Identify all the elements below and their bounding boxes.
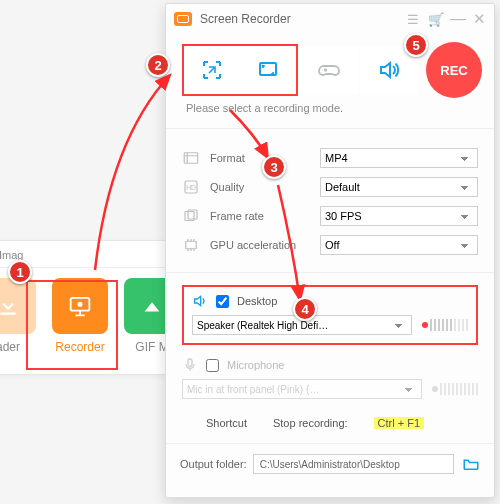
callout-box-1	[26, 280, 118, 370]
output-path-field[interactable]: C:\Users\Administrator\Desktop	[253, 454, 454, 474]
speaker-icon	[192, 293, 208, 309]
mode-fullscreen[interactable]	[240, 46, 296, 94]
minimize-button[interactable]: —	[450, 10, 464, 28]
mic-level-meter	[432, 383, 478, 395]
svg-rect-9	[188, 359, 192, 366]
stop-recording-label: Stop recording:	[273, 417, 348, 429]
mic-device-select[interactable]: Mic in at front panel (Pink) (…	[182, 379, 422, 399]
quality-icon: HD	[182, 178, 200, 196]
desktop-audio-checkbox[interactable]	[216, 295, 229, 308]
open-folder-button[interactable]	[460, 455, 482, 473]
settings-rows: Format MP4 HD Quality Default Frame rate…	[166, 133, 494, 268]
record-button[interactable]: REC	[426, 42, 482, 98]
gpu-icon	[182, 236, 200, 254]
callout-3: 3	[262, 155, 286, 179]
audio-microphone: Microphone Mic in at front panel (Pink) …	[166, 349, 494, 403]
mode-region[interactable]	[184, 46, 240, 94]
svg-text:HD: HD	[186, 184, 196, 191]
app-icon	[174, 12, 192, 26]
framerate-icon	[182, 207, 200, 225]
quality-select[interactable]: Default	[320, 177, 478, 197]
format-icon	[182, 149, 200, 167]
gpu-select[interactable]: Off	[320, 235, 478, 255]
gpu-label: GPU acceleration	[210, 239, 310, 251]
settings-icon[interactable]: ☰	[406, 12, 420, 27]
callout-box-2	[182, 44, 298, 96]
format-label: Format	[210, 152, 310, 164]
callout-1: 1	[8, 260, 32, 284]
stop-recording-key: Ctrl + F1	[374, 417, 424, 429]
close-button[interactable]: ✕	[472, 10, 486, 28]
svg-rect-3	[184, 153, 198, 164]
framerate-select[interactable]: 30 FPS	[320, 206, 478, 226]
callout-box-4: Desktop Speaker (Realtek High Defi…	[182, 285, 478, 345]
framerate-label: Frame rate	[210, 210, 310, 222]
shortcut-row: Shortcut Stop recording: Ctrl + F1	[166, 403, 494, 439]
mode-hint: Please select a recording mode.	[166, 102, 494, 124]
desktop-audio-label: Desktop	[237, 295, 277, 307]
callout-5: 5	[404, 33, 428, 57]
mode-game[interactable]	[299, 46, 359, 94]
screen-recorder-window: Screen Recorder ☰ 🛒 — ✕ REC Please selec…	[165, 3, 495, 498]
mode-toolbar: REC	[166, 34, 494, 102]
output-label: Output folder:	[180, 458, 247, 470]
title-bar: Screen Recorder ☰ 🛒 — ✕	[166, 4, 494, 34]
mic-audio-label: Microphone	[227, 359, 284, 371]
callout-4: 4	[293, 297, 317, 321]
audio-desktop: Desktop Speaker (Realtek High Defi…	[166, 277, 494, 349]
format-select[interactable]: MP4	[320, 148, 478, 168]
window-title: Screen Recorder	[200, 12, 291, 26]
callout-2: 2	[146, 53, 170, 77]
desktop-level-meter	[422, 319, 468, 331]
shortcut-label: Shortcut	[206, 417, 247, 429]
mic-audio-checkbox[interactable]	[206, 359, 219, 372]
output-row: Output folder: C:\Users\Administrator\De…	[166, 448, 494, 484]
quality-label: Quality	[210, 181, 310, 193]
svg-rect-8	[186, 241, 197, 249]
microphone-icon	[182, 357, 198, 373]
cart-icon[interactable]: 🛒	[428, 12, 442, 27]
